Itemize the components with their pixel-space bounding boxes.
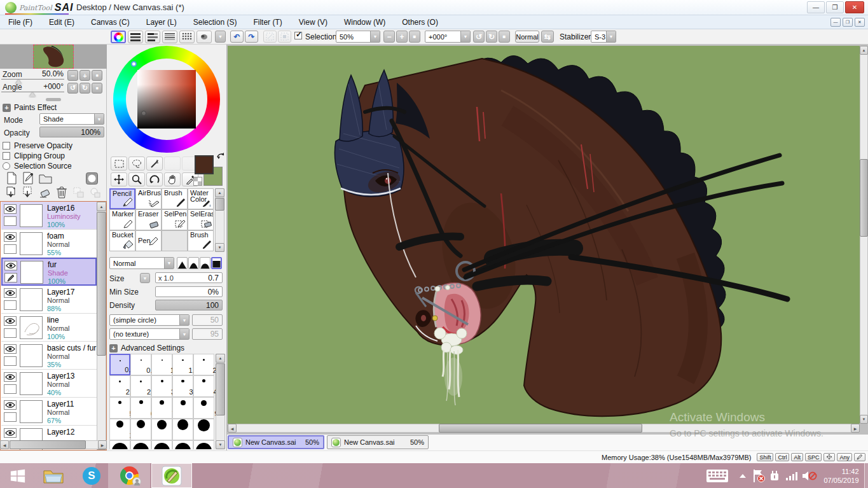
menu-file[interactable]: File (F)	[0, 15, 41, 29]
layer-row-layer11[interactable]: Layer11 Normal 67%	[1, 398, 97, 426]
child-close-button[interactable]: ✕	[855, 18, 865, 27]
brush-scroll-thumb[interactable]	[215, 198, 224, 211]
canvas-hscroll-right-icon[interactable]: ▶	[851, 424, 860, 433]
menu-layer[interactable]: Layer (L)	[138, 15, 185, 29]
magic-wand-tool[interactable]	[146, 157, 163, 171]
tray-clock[interactable]: 11:4207/05/2019	[819, 463, 864, 488]
size-preset[interactable]	[172, 440, 193, 449]
pen-input-indicator[interactable]	[854, 453, 865, 461]
taskbar-skype[interactable]: S	[75, 463, 108, 488]
size-preset[interactable]: 5	[109, 397, 130, 419]
visibility-eye-icon[interactable]	[4, 400, 17, 410]
menu-selection[interactable]: Selection (S)	[185, 15, 245, 29]
effect-slot[interactable]	[4, 300, 17, 310]
angle-combo[interactable]: +000°▼	[425, 31, 471, 43]
effect-slot[interactable]	[4, 412, 17, 422]
nav-zoom-reset-button[interactable]: ■	[92, 70, 102, 81]
color-mixer-tab[interactable]	[162, 31, 177, 43]
taskbar-painttool-sai[interactable]	[151, 463, 192, 488]
nav-rotate-ccw-button[interactable]: ↺	[67, 83, 78, 94]
transparent-color-button[interactable]	[193, 177, 202, 186]
zoom-in-button[interactable]: +	[396, 31, 408, 43]
size-preset[interactable]	[130, 440, 151, 449]
canvas-hscroll-left-icon[interactable]: ◀	[228, 424, 237, 433]
new-linework-layer-button[interactable]	[22, 172, 34, 186]
menu-view[interactable]: View (V)	[291, 15, 336, 29]
clipping-group-checkbox[interactable]	[3, 152, 10, 160]
brush-brush[interactable]: Brush	[162, 188, 188, 209]
size-preset[interactable]	[151, 440, 172, 449]
brush-blend-arrow-icon[interactable]: ▼	[164, 258, 174, 268]
brush-bucket[interactable]: Bucket	[109, 230, 135, 251]
layer-mask-button[interactable]	[86, 172, 98, 186]
lasso-tool[interactable]	[128, 157, 145, 171]
selection-source-radio[interactable]	[3, 162, 10, 170]
brush-blend-combo[interactable]: Normal▼	[109, 257, 174, 269]
brush-shape-combo[interactable]: (simple circle)▼	[109, 314, 189, 326]
angle-combo-arrow-icon[interactable]: ▼	[460, 31, 470, 42]
tray-volume-muted[interactable]	[800, 463, 819, 488]
menu-others[interactable]: Others (O)	[394, 15, 446, 29]
move-tool[interactable]	[111, 172, 127, 186]
size-preset[interactable]: 0.7	[109, 354, 130, 375]
zoom-combo[interactable]: 50%▼	[336, 31, 380, 43]
size-preset[interactable]: 8	[172, 397, 193, 419]
key-indicator-ctrl[interactable]: Ctrl	[775, 453, 789, 461]
brush-scroll-up-icon[interactable]: ▲	[215, 188, 224, 197]
hand-tool[interactable]	[164, 172, 181, 186]
sv-cursor[interactable]	[141, 111, 146, 116]
visibility-eye-icon[interactable]	[4, 344, 17, 354]
tray-action-center[interactable]	[750, 463, 767, 488]
swatches-tab[interactable]	[179, 31, 195, 43]
edge-shape-square[interactable]	[211, 257, 222, 269]
rotate-reset-button[interactable]: ■	[499, 31, 510, 43]
preset-scroll-up-icon[interactable]: ▲	[216, 354, 225, 363]
rect-select-tool[interactable]	[111, 157, 127, 171]
tray-network[interactable]	[783, 463, 800, 488]
layer-mode-arrow-icon[interactable]: ▼	[94, 114, 104, 124]
clipping-group-row[interactable]: Clipping Group	[3, 151, 65, 160]
brush-airbrush[interactable]: AirBrush	[135, 188, 162, 209]
size-preset[interactable]: 2	[193, 354, 214, 375]
start-button[interactable]	[0, 463, 36, 488]
brush-texture-arrow-icon[interactable]: ▼	[179, 329, 189, 339]
advanced-settings-header[interactable]: + Advanced Settings	[109, 344, 184, 352]
zoom-tool[interactable]	[128, 172, 145, 186]
new-layer-button[interactable]	[5, 172, 18, 186]
size-preset[interactable]: 16	[172, 419, 193, 440]
visibility-eye-icon[interactable]	[4, 372, 17, 382]
pan-mode-indicator[interactable]	[823, 453, 835, 461]
visibility-eye-icon[interactable]	[4, 288, 17, 298]
preserve-opacity-checkbox[interactable]	[3, 142, 10, 150]
layer-row-basic-cuts[interactable]: basic cuts / fur Normal 35%	[1, 342, 97, 370]
canvas-tab-1[interactable]: New Canvas.sai 50%	[228, 435, 324, 449]
maximize-button[interactable]: ❐	[826, 1, 844, 13]
key-indicator-space[interactable]: SPC	[805, 453, 822, 461]
paint-effect-icon[interactable]	[4, 273, 17, 282]
undo-button[interactable]: ↶	[230, 31, 244, 43]
size-preset[interactable]: 6	[130, 397, 151, 419]
view-mode-button[interactable]: Normal	[515, 31, 539, 43]
brush-seleras[interactable]: SelEras	[188, 209, 214, 230]
stabilizer-combo-arrow-icon[interactable]: ▼	[606, 31, 616, 42]
child-minimize-button[interactable]: —	[830, 18, 841, 27]
size-preset[interactable]: 12	[130, 419, 151, 440]
size-preset[interactable]: 2.6	[130, 375, 151, 397]
size-preset[interactable]: 1.5	[172, 354, 193, 375]
rotate-tool[interactable]	[146, 172, 163, 186]
hue-ring-marker[interactable]	[131, 61, 137, 67]
size-preset[interactable]: 0.8	[130, 354, 151, 375]
visibility-eye-icon[interactable]	[4, 204, 17, 214]
size-unit-dropdown[interactable]: ▼	[140, 273, 150, 283]
apply-mask-button-disabled[interactable]	[89, 186, 102, 200]
color-panel-dropdown[interactable]: ▼	[215, 31, 226, 43]
menu-edit[interactable]: Edit (E)	[41, 15, 83, 29]
menu-canvas[interactable]: Canvas (C)	[83, 15, 138, 29]
crop-selection-button[interactable]	[278, 31, 291, 43]
edge-shape-hard[interactable]	[177, 257, 188, 269]
flip-view-button[interactable]: ⇆	[541, 31, 554, 43]
tray-power[interactable]	[767, 463, 783, 488]
size-preset[interactable]	[109, 440, 130, 449]
visibility-eye-icon[interactable]	[4, 316, 17, 326]
layer-row-line[interactable]: line Normal 100%	[1, 314, 97, 342]
